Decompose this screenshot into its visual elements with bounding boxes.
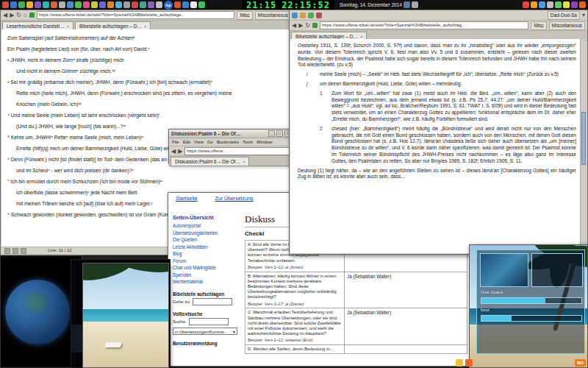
menu-go[interactable]: Go xyxy=(207,140,213,144)
menu-view[interactable]: View xyxy=(194,140,204,144)
bookmark-folder[interactable]: Dad-Dod-Sa xyxy=(548,11,580,20)
bookmark-label: Dad-Dod-Sa xyxy=(551,13,577,18)
minimize-button[interactable]: _ xyxy=(268,130,275,137)
panel-icon[interactable] xyxy=(18,1,25,8)
tray-icon[interactable] xyxy=(579,1,586,8)
url-bar[interactable]: https://www.offene-bibel.de/wiki/?title=… xyxy=(37,11,235,19)
tray-icon[interactable] xyxy=(563,1,570,8)
status-icon[interactable] xyxy=(21,248,26,254)
misc-menu[interactable]: Misc xyxy=(531,21,546,30)
menu-edit[interactable]: Edit xyxy=(183,140,190,144)
miscellaneous-menu[interactable]: Miscellaneous xyxy=(549,21,585,30)
panel-icon[interactable] xyxy=(10,1,17,8)
tray-icon[interactable] xyxy=(555,1,562,8)
forward-icon[interactable]: ▶ xyxy=(10,10,14,20)
panel-icon[interactable] xyxy=(83,1,90,8)
maximize-button[interactable]: □ xyxy=(276,130,283,137)
tray-icon[interactable] xyxy=(571,1,578,8)
taskbar-icon[interactable] xyxy=(456,359,463,367)
panel-icon[interactable] xyxy=(412,1,418,8)
small-browser-window-diskussion: Diskussion:Psalm 6 – Die Of… _ □ × File … xyxy=(168,129,294,164)
toolbar-icon[interactable] xyxy=(292,13,298,18)
panel-icon[interactable] xyxy=(99,1,106,8)
tray-icon[interactable] xyxy=(547,1,553,8)
boot-usage-bar xyxy=(481,315,582,322)
back-icon[interactable]: ◀ xyxy=(3,10,7,20)
panel-icon[interactable] xyxy=(51,1,57,8)
sidebar-link-chat-mailingliste[interactable]: Chat und Mailingliste xyxy=(173,264,243,272)
tray-icon[interactable] xyxy=(539,1,545,8)
status-icon[interactable] xyxy=(4,248,10,254)
sidebar-link-uebersetzungskriterien[interactable]: Übersetzungskriterien xyxy=(173,230,243,237)
panel-icon[interactable] xyxy=(190,1,197,8)
panel-icon[interactable] xyxy=(107,1,114,8)
workspace-badge[interactable]: W5 xyxy=(575,359,586,367)
toolbar-icon[interactable] xyxy=(316,13,322,18)
footnote-marker: j xyxy=(306,81,307,88)
scrollbar[interactable] xyxy=(580,39,587,253)
panel-icon[interactable] xyxy=(91,1,98,8)
panel-icon[interactable] xyxy=(132,1,138,8)
goto-input[interactable] xyxy=(193,298,232,305)
sidebar-link-werbematerial[interactable]: Werbematerial xyxy=(173,278,243,286)
panel-icon[interactable] xyxy=(140,1,146,8)
panel-icon[interactable] xyxy=(75,1,82,8)
sidebar-link-forum[interactable]: Forum xyxy=(173,258,243,265)
disk-usage-bar xyxy=(481,297,582,304)
search-input[interactable] xyxy=(189,318,229,325)
reload-icon[interactable]: ↻ xyxy=(16,10,21,20)
menu-file[interactable]: File xyxy=(172,140,179,144)
scrollbar-thumb[interactable] xyxy=(581,112,586,165)
tab-close-icon[interactable]: × xyxy=(243,160,245,164)
back-icon[interactable]: ◀ xyxy=(171,146,176,156)
sidebar-link-blog[interactable]: Blog xyxy=(173,250,243,258)
url-bar[interactable]: https://www.offene… xyxy=(184,147,291,155)
sidebar-link-die-quellen[interactable]: Die Quellen xyxy=(173,236,243,244)
nav-link-startseite[interactable]: Startseite xyxy=(176,196,198,201)
toolbar-icon[interactable] xyxy=(308,13,314,18)
misc-menu[interactable]: Misc xyxy=(237,11,252,20)
panel-icon[interactable] xyxy=(67,1,74,8)
panel-icon[interactable] xyxy=(59,1,65,8)
tab-close-icon[interactable]: × xyxy=(360,35,363,39)
chevron-down-icon[interactable]: ▾ xyxy=(582,10,585,20)
panel-icon[interactable] xyxy=(156,1,162,8)
toolbar-icon[interactable] xyxy=(300,13,306,18)
panel-icon[interactable] xyxy=(174,1,181,8)
sidebar-link-spenden[interactable]: Spenden xyxy=(173,272,243,279)
panel-icon[interactable] xyxy=(123,1,130,8)
tab-close-icon[interactable]: × xyxy=(144,24,147,29)
forward-icon[interactable]: ▶ xyxy=(298,21,303,30)
sidebar-link-autorenportal[interactable]: Autorenportal xyxy=(173,222,243,230)
menu-bookmarks[interactable]: Bookmarks xyxy=(217,140,239,144)
panel-icon[interactable] xyxy=(148,1,154,8)
tab-close-icon[interactable]: × xyxy=(66,24,69,29)
miscellaneous-menu[interactable]: Miscellaneous xyxy=(255,11,291,20)
panel-icon[interactable] xyxy=(404,1,410,8)
window-titlebar[interactable]: Diskussion:Psalm 6 – Die Of… _ □ × xyxy=(169,130,293,138)
sidebar-link-letzte-aktivitaeten[interactable]: Letzte Aktivitäten xyxy=(173,244,243,251)
search-scope-select[interactable]: in Übersetzungen/Komme… ▾ xyxy=(173,328,237,335)
tray-icon[interactable] xyxy=(531,1,537,8)
panel-icon[interactable] xyxy=(26,1,33,8)
panel-icon[interactable] xyxy=(115,1,122,8)
home-icon[interactable]: ⌂ xyxy=(24,10,27,20)
panel-icon[interactable] xyxy=(198,1,205,8)
back-icon[interactable]: ◀ xyxy=(292,21,296,30)
tab-diskussion-psalm6[interactable]: Diskussion:Psalm 6 – Die Of… × xyxy=(171,157,249,166)
preview-thumbnail[interactable] xyxy=(480,253,528,287)
panel-icon[interactable] xyxy=(182,1,189,8)
panel-clock[interactable]: 21:15 22:15:52 xyxy=(242,0,334,10)
panel-icon[interactable] xyxy=(2,1,9,8)
menu-window[interactable]: Window xyxy=(257,140,272,144)
status-icon[interactable] xyxy=(12,248,18,254)
taskbar-icon[interactable] xyxy=(465,359,473,367)
url-bar[interactable]: https://www.offene-bibel.de/wiki/?title=… xyxy=(320,21,528,29)
panel-icon[interactable] xyxy=(35,1,41,8)
menu-tools[interactable]: Tools xyxy=(243,140,253,144)
forward-icon[interactable]: ▶ xyxy=(178,146,182,156)
panel-icon[interactable] xyxy=(43,1,49,8)
reload-icon[interactable]: ↻ xyxy=(305,21,310,30)
nav-link-zur-uebersetzung[interactable]: Zur Übersetzung xyxy=(215,196,254,201)
tray-icon[interactable] xyxy=(523,1,529,8)
